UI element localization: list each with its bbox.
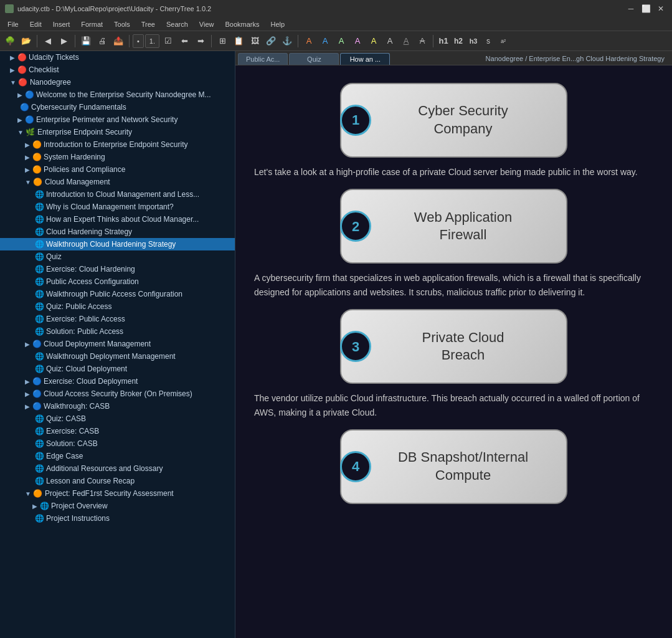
- toolbar-h3-btn[interactable]: h3: [466, 34, 480, 48]
- tree-item[interactable]: 🌐 Quiz: [0, 250, 235, 263]
- card-2-number: 2: [340, 211, 371, 242]
- toolbar-h1-btn[interactable]: h1: [437, 34, 450, 48]
- tree-item[interactable]: 🌐 Why is Cloud Management Important?: [0, 201, 235, 213]
- note-content[interactable]: 1 Cyber SecurityCompany Let's take a loo…: [235, 65, 672, 638]
- toolbar-link-btn[interactable]: 🔗: [263, 34, 278, 49]
- main-layout: ▶ 🔴 Udacity Tickets ▶ 🔴 Checklist ▼ 🔴 Na…: [0, 51, 672, 638]
- menu-file[interactable]: File: [2, 19, 24, 29]
- tree-item[interactable]: ▼ 🌿 Enterprise Endpoint Security: [0, 126, 235, 138]
- tree-item[interactable]: ▶ 🟠 Policies and Compliance: [0, 163, 235, 176]
- menu-view[interactable]: View: [194, 19, 219, 29]
- tree-item[interactable]: 🌐 Project Instructions: [0, 512, 235, 525]
- toolbar-right-btn[interactable]: ➡: [193, 34, 208, 49]
- tree-item[interactable]: 🌐 Lesson and Course Recap: [0, 475, 235, 487]
- menu-format[interactable]: Format: [76, 19, 108, 29]
- toolbar-table-btn[interactable]: ⊞: [215, 34, 230, 49]
- toolbar-h2-btn[interactable]: h2: [452, 34, 465, 48]
- tree-item[interactable]: 🌐 Exercise: Cloud Hardening: [0, 263, 235, 275]
- toolbar-left-btn[interactable]: ⬅: [177, 34, 192, 49]
- toolbar-back-btn[interactable]: ◀: [40, 34, 55, 49]
- tree-label: Walkthrough: CASB: [44, 402, 110, 411]
- card-3: 3 Private CloudBreach: [340, 309, 567, 384]
- toolbar-save-btn[interactable]: 💾: [78, 34, 93, 49]
- tree-item[interactable]: 🌐 Additional Resources and Glossary: [0, 462, 235, 475]
- tree-item[interactable]: ▶ 🔵 Cloud Deployment Management: [0, 338, 235, 350]
- tree-item[interactable]: ▶ 🟠 Introduction to Enterprise Endpoint …: [0, 138, 235, 151]
- toolbar-color5-btn[interactable]: A: [366, 34, 381, 49]
- toolbar-forward-btn[interactable]: ▶: [57, 34, 72, 49]
- menu-tools[interactable]: Tools: [109, 19, 135, 29]
- tree-item[interactable]: 🌐 Edge Case: [0, 450, 235, 462]
- tree-item[interactable]: 🌐 Cloud Hardening Strategy: [0, 226, 235, 238]
- tree-item[interactable]: 🌐 Introduction to Cloud Management and L…: [0, 188, 235, 201]
- toolbar: 🌳 📂 ◀ ▶ 💾 🖨 📤 • 1. ☑ ⬅ ➡ ⊞ 📋 🖼 🔗 ⚓ A A A…: [0, 31, 672, 51]
- tree-arrow: ▼: [2, 79, 16, 86]
- toolbar-color7-btn[interactable]: A: [399, 34, 414, 49]
- toolbar-color6-btn[interactable]: A: [382, 34, 397, 49]
- tree-item[interactable]: ▼ 🔴 Nanodegree: [0, 76, 235, 88]
- tree-item[interactable]: ▶ 🔵 Walkthrough: CASB: [0, 400, 235, 412]
- toolbar-color2-btn[interactable]: A: [318, 34, 333, 49]
- tree-item[interactable]: 🌐 Quiz: Cloud Deployment: [0, 363, 235, 375]
- toolbar-open-btn[interactable]: 📂: [19, 34, 34, 49]
- tree-item[interactable]: ▶ 🔵 Exercise: Cloud Deployment: [0, 375, 235, 388]
- tree-arrow: ▶: [2, 54, 15, 61]
- tree-icon: 🌐: [34, 439, 44, 448]
- tree-item[interactable]: 🌐 Quiz: CASB: [0, 412, 235, 425]
- window-controls[interactable]: ─ ⬜ ✕: [625, 3, 667, 14]
- tree-item[interactable]: 🔵 Cybersecurity Fundamentals: [0, 101, 235, 113]
- close-button[interactable]: ✕: [655, 3, 667, 14]
- toolbar-print-btn[interactable]: 🖨: [95, 34, 110, 49]
- toolbar-super-btn[interactable]: a²: [496, 34, 510, 48]
- restore-button[interactable]: ⬜: [640, 3, 652, 14]
- menu-edit[interactable]: Edit: [25, 19, 47, 29]
- tab-public-access[interactable]: Public Ac...: [238, 53, 288, 65]
- toolbar-color3-btn[interactable]: A: [334, 34, 349, 49]
- tree-item[interactable]: ▶ 🔵 Welcome to the Enterprise Security N…: [0, 88, 235, 101]
- card-1: 1 Cyber SecurityCompany: [340, 83, 567, 158]
- tree-item[interactable]: 🌐 Exercise: Public Access: [0, 313, 235, 325]
- tree-item[interactable]: ▶ 🔴 Checklist: [0, 64, 235, 76]
- tree-item[interactable]: 🌐 Solution: CASB: [0, 437, 235, 450]
- tree-icon: 🌐: [34, 427, 44, 436]
- menu-help[interactable]: Help: [266, 19, 290, 29]
- toolbar-s-btn[interactable]: s: [481, 34, 495, 48]
- toolbar-anchor-btn[interactable]: ⚓: [280, 34, 295, 49]
- toolbar-color8-btn[interactable]: A: [415, 34, 430, 49]
- toolbar-code-btn[interactable]: 📋: [231, 34, 246, 49]
- tree-item[interactable]: ▶ 🔴 Udacity Tickets: [0, 51, 235, 64]
- toolbar-bullet-btn[interactable]: •: [133, 34, 144, 48]
- toolbar-img-btn[interactable]: 🖼: [247, 34, 262, 49]
- menu-bookmarks[interactable]: Bookmarks: [220, 19, 264, 29]
- tree-arrow: ▶: [2, 403, 30, 410]
- tree-item[interactable]: 🌐 Walkthrough Public Access Configuratio…: [0, 288, 235, 300]
- toolbar-num-btn[interactable]: 1.: [145, 34, 159, 48]
- tree-item[interactable]: ▼ 🟠 Project: FedF1rst Security Assessmen…: [0, 487, 235, 500]
- toolbar-new-btn[interactable]: 🌳: [2, 34, 17, 49]
- minimize-button[interactable]: ─: [625, 3, 637, 14]
- tree-item[interactable]: 🌐 Exercise: CASB: [0, 425, 235, 437]
- content-area: Public Ac... Quiz How an ... Nanodegree …: [235, 51, 672, 638]
- tree-icon: 🟠: [33, 178, 43, 186]
- toolbar-color1-btn[interactable]: A: [301, 34, 316, 49]
- menu-insert[interactable]: Insert: [48, 19, 75, 29]
- toolbar-check-btn[interactable]: ☑: [161, 34, 176, 49]
- tree-item[interactable]: 🌐 Quiz: Public Access: [0, 300, 235, 313]
- tree-item[interactable]: ▶ 🔵 Cloud Access Security Broker (On Pre…: [0, 388, 235, 400]
- tree-arrow: ▶: [2, 503, 37, 510]
- menu-search[interactable]: Search: [161, 19, 193, 29]
- tree-item[interactable]: 🌐 Solution: Public Access: [0, 325, 235, 338]
- tab-quiz[interactable]: Quiz: [289, 53, 339, 65]
- tree-item[interactable]: ▶ 🟠 System Hardening: [0, 151, 235, 163]
- tree-item[interactable]: ▶ 🌐 Project Overview: [0, 500, 235, 512]
- tree-item[interactable]: 🌐 Walkthrough Cloud Hardening Strategy: [0, 238, 235, 250]
- toolbar-color4-btn[interactable]: A: [350, 34, 365, 49]
- tree-item[interactable]: 🌐 Public Access Configuration: [0, 275, 235, 288]
- toolbar-export-btn[interactable]: 📤: [111, 34, 126, 49]
- tree-item[interactable]: 🌐 How an Expert Thinks about Cloud Manag…: [0, 213, 235, 226]
- tab-how-an[interactable]: How an ...: [340, 53, 390, 65]
- menu-tree[interactable]: Tree: [136, 19, 160, 29]
- tree-item[interactable]: ▶ 🔵 Enterprise Perimeter and Network Sec…: [0, 113, 235, 126]
- tree-item[interactable]: 🌐 Walkthrough Deployment Management: [0, 350, 235, 363]
- tree-item[interactable]: ▼ 🟠 Cloud Management: [0, 176, 235, 188]
